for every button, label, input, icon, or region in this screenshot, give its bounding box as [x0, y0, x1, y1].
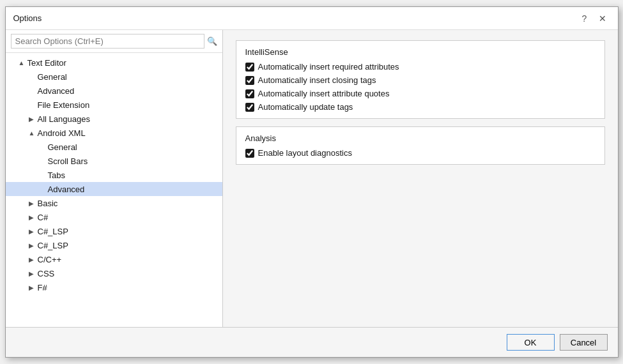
tree-item-fsharp[interactable]: ▶ F#: [6, 280, 222, 294]
analysis-title: Analysis: [245, 133, 596, 143]
tree-arrow-csharp: ▶: [29, 214, 38, 221]
tree-label-csharp-lsp1: C#_LSP: [38, 227, 68, 236]
tree-item-csharp-lsp1[interactable]: ▶ C#_LSP: [6, 224, 222, 238]
checkbox-row-enable-layout-diag: Enable layout diagnostics: [245, 148, 596, 158]
tree-label-android-xml: Android XML: [38, 128, 86, 138]
intellisense-section: IntelliSense Automatically insert requir…: [236, 40, 605, 119]
help-button[interactable]: ?: [577, 11, 592, 26]
tree-label-basic: Basic: [38, 199, 58, 208]
label-auto-insert-required: Automatically insert required attributes: [258, 62, 399, 72]
tree-arrow-basic: ▶: [29, 200, 38, 207]
tree-item-csharp-lsp2[interactable]: ▶ C#_LSP: [6, 238, 222, 252]
tree-label-ax-general: General: [48, 142, 77, 152]
ok-button[interactable]: OK: [507, 334, 555, 351]
main-content: 🔍 ▲ Text Editor General Advanced: [6, 30, 618, 327]
options-dialog: Options ? ✕ 🔍 ▲ Text Editor: [5, 6, 619, 358]
checkbox-auto-insert-required[interactable]: [245, 63, 254, 72]
tree-item-basic[interactable]: ▶ Basic: [6, 196, 222, 210]
tree-item-te-advanced[interactable]: Advanced: [6, 84, 222, 98]
search-icon: 🔍: [207, 36, 217, 46]
tree-item-android-xml[interactable]: ▲ Android XML: [6, 126, 222, 140]
checkbox-row-auto-insert-closing: Automatically insert closing tags: [245, 75, 596, 85]
search-input[interactable]: [11, 34, 204, 49]
checkbox-auto-insert-closing[interactable]: [245, 76, 254, 85]
tree-label-cpp: C/C++: [38, 255, 62, 264]
tree-item-ax-advanced[interactable]: Advanced: [6, 182, 222, 196]
tree-item-all-languages[interactable]: ▶ All Languages: [6, 112, 222, 126]
search-box: 🔍: [6, 30, 222, 53]
dialog-title: Options: [13, 13, 42, 23]
tree-item-ax-general[interactable]: General: [6, 140, 222, 154]
footer: OK Cancel: [6, 327, 618, 357]
tree-container[interactable]: ▲ Text Editor General Advanced File Exte…: [6, 53, 222, 327]
label-auto-update-tags: Automatically update tags: [258, 102, 353, 112]
tree-label-te-general: General: [38, 72, 67, 82]
left-panel: 🔍 ▲ Text Editor General Advanced: [6, 30, 223, 327]
label-enable-layout-diag: Enable layout diagnostics: [258, 148, 352, 158]
right-panel: IntelliSense Automatically insert requir…: [223, 30, 618, 327]
tree-item-css[interactable]: ▶ CSS: [6, 266, 222, 280]
tree-arrow-csharp-lsp2: ▶: [29, 242, 38, 249]
tree-arrow-cpp: ▶: [29, 256, 38, 263]
tree-arrow-csharp-lsp1: ▶: [29, 228, 38, 235]
intellisense-title: IntelliSense: [245, 47, 596, 57]
tree-label-ax-tabs: Tabs: [48, 171, 65, 180]
tree-arrow-css: ▶: [29, 270, 38, 277]
tree-item-ax-scrollbars[interactable]: Scroll Bars: [6, 154, 222, 168]
tree-label-fsharp: F#: [38, 283, 47, 292]
checkbox-auto-update-tags[interactable]: [245, 103, 254, 112]
title-bar-left: Options: [13, 13, 42, 23]
tree-label-text-editor: Text Editor: [27, 58, 66, 68]
close-button[interactable]: ✕: [595, 11, 610, 26]
tree-label-te-file-ext: File Extension: [38, 100, 90, 110]
label-auto-insert-attr-quotes: Automatically insert attribute quotes: [258, 89, 390, 98]
checkbox-row-auto-insert-required: Automatically insert required attributes: [245, 62, 596, 72]
tree-item-cpp[interactable]: ▶ C/C++: [6, 252, 222, 266]
tree-arrow-android-xml: ▲: [29, 130, 38, 137]
tree-arrow-fsharp: ▶: [29, 284, 38, 291]
checkbox-row-auto-insert-attr-quotes: Automatically insert attribute quotes: [245, 89, 596, 98]
cancel-button[interactable]: Cancel: [560, 334, 608, 351]
checkbox-auto-insert-attr-quotes[interactable]: [245, 89, 254, 98]
checkbox-enable-layout-diag[interactable]: [245, 149, 254, 158]
checkbox-row-auto-update-tags: Automatically update tags: [245, 102, 596, 112]
tree-label-all-languages: All Languages: [38, 114, 90, 124]
analysis-section: Analysis Enable layout diagnostics: [236, 126, 605, 165]
tree-label-ax-advanced: Advanced: [48, 185, 85, 194]
tree-label-csharp: C#: [38, 213, 49, 222]
tree-item-te-file-ext[interactable]: File Extension: [6, 98, 222, 112]
tree-arrow-all-languages: ▶: [29, 116, 38, 123]
tree-item-te-general[interactable]: General: [6, 70, 222, 84]
title-bar: Options ? ✕: [6, 7, 618, 30]
tree-label-te-advanced: Advanced: [38, 86, 75, 96]
tree-item-ax-tabs[interactable]: Tabs: [6, 168, 222, 182]
tree-item-csharp[interactable]: ▶ C#: [6, 210, 222, 224]
label-auto-insert-closing: Automatically insert closing tags: [258, 75, 376, 85]
tree-item-text-editor[interactable]: ▲ Text Editor: [6, 56, 222, 70]
tree-label-ax-scrollbars: Scroll Bars: [48, 156, 88, 166]
tree-label-csharp-lsp2: C#_LSP: [38, 241, 68, 250]
tree-label-css: CSS: [38, 269, 55, 278]
tree-arrow-text-editor: ▲: [19, 59, 27, 66]
title-bar-right: ? ✕: [577, 11, 610, 26]
